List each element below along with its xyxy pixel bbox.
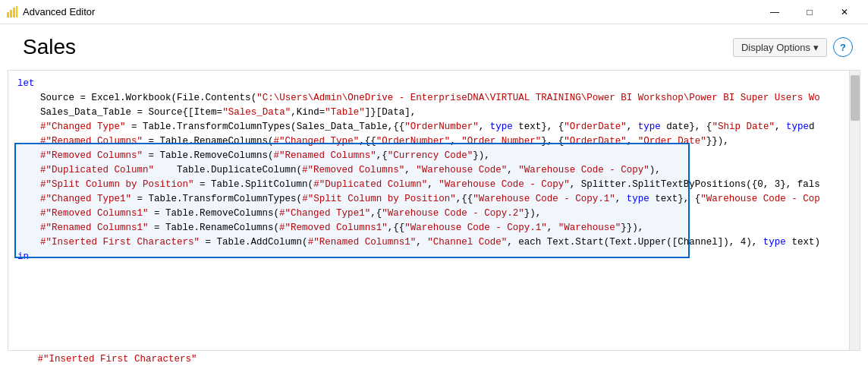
svg-rect-3 — [16, 6, 17, 17]
powerbi-icon — [6, 6, 18, 18]
scrollbar-track[interactable] — [849, 71, 860, 350]
header-right: Display Options ▾ ? — [733, 37, 853, 57]
code-line-11: #"Renamed Columns1" = Table.RenameColumn… — [17, 221, 840, 235]
code-area: let Source = Excel.Workbook(File.Content… — [8, 77, 849, 264]
code-line-10: #"Removed Columns1" = Table.RemoveColumn… — [17, 207, 840, 221]
svg-rect-2 — [13, 8, 15, 17]
chevron-down-icon: ▾ — [813, 42, 819, 53]
page-title: Sales — [23, 35, 76, 59]
code-line-7: #"Duplicated Column" Table.DuplicateColu… — [17, 163, 840, 178]
code-line-8: #"Split Column by Position" = Table.Spli… — [17, 178, 840, 192]
display-options-button[interactable]: Display Options ▾ — [733, 38, 827, 57]
scrollbar-thumb[interactable] — [851, 75, 860, 121]
bottom-section: #"Inserted First Characters" — [0, 351, 868, 368]
code-line-9: #"Changed Type1" = Table.TransformColumn… — [17, 192, 840, 207]
title-bar-controls: — □ ✕ — [757, 0, 862, 24]
maximize-button[interactable]: □ — [792, 0, 827, 24]
code-line-6: #"Removed Columns" = Table.RemoveColumns… — [17, 149, 840, 163]
title-bar-left: Advanced Editor — [6, 6, 95, 18]
minimize-button[interactable]: — — [757, 0, 792, 24]
svg-rect-1 — [10, 10, 12, 17]
code-line-12: #"Inserted First Characters" = Table.Add… — [17, 235, 840, 250]
code-line-1: let — [17, 77, 840, 91]
title-bar-title: Advanced Editor — [23, 6, 95, 17]
svg-rect-0 — [7, 12, 9, 17]
help-button[interactable]: ? — [833, 37, 853, 57]
title-bar: Advanced Editor — □ ✕ — [0, 0, 868, 24]
code-line-in: in — [17, 250, 840, 264]
close-button[interactable]: ✕ — [827, 0, 862, 24]
header-area: Sales Display Options ▾ ? — [0, 24, 868, 70]
code-line-3: Sales_Data_Table = Source{[Item="Sales_D… — [17, 106, 840, 120]
code-line-2: Source = Excel.Workbook(File.Contents("C… — [17, 91, 840, 106]
display-options-label: Display Options — [741, 42, 810, 53]
result-line: #"Inserted First Characters" — [32, 354, 197, 365]
editor-container: let Source = Excel.Workbook(File.Content… — [8, 70, 860, 351]
code-line-5: #"Renamed Columns" = Table.RenameColumns… — [17, 134, 840, 149]
editor-content[interactable]: let Source = Excel.Workbook(File.Content… — [8, 71, 849, 350]
code-line-4: #"Changed Type" = Table.TransformColumnT… — [17, 120, 840, 134]
